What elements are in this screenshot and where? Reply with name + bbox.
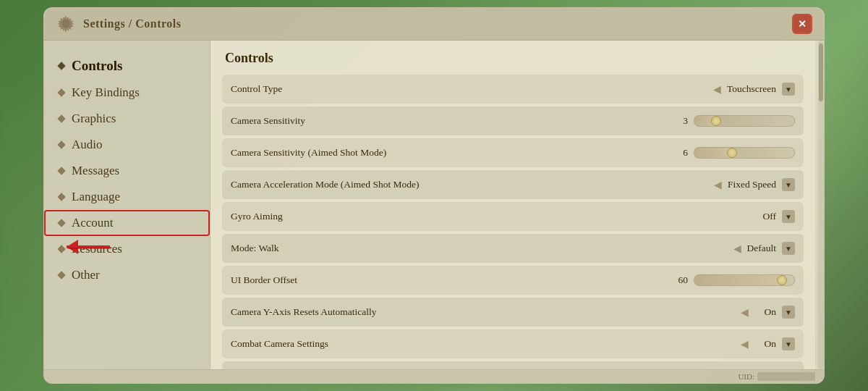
dropdown-arrows-left: ◀ — [713, 83, 721, 96]
setting-row-ui-border-offset: UI Border Offset 60 — [222, 266, 804, 295]
dropdown-button[interactable]: ▼ — [782, 337, 795, 350]
slider-thumb[interactable] — [711, 116, 721, 126]
setting-control: ◀ On ▼ — [433, 306, 795, 319]
settings-list: Control Type ◀ Touchscreen ▼ Camera Sens… — [222, 75, 804, 369]
sidebar-item-language[interactable]: Language — [44, 184, 210, 210]
sidebar-item-resources[interactable]: Resources — [44, 236, 210, 262]
sidebar-item-account[interactable]: Account — [44, 210, 210, 236]
setting-row-camera-sensitivity: Camera Sensitivity 3 — [222, 106, 804, 135]
diamond-icon — [57, 114, 65, 122]
setting-value: 3 — [666, 115, 688, 127]
main-panel: Controls Control Type ◀ Touchscreen ▼ Ca — [210, 41, 815, 369]
diamond-icon — [57, 140, 65, 148]
setting-row-camera-sensitivity-aimed: Camera Sensitivity (Aimed Shot Mode) 6 — [222, 138, 804, 167]
slider-thumb[interactable] — [727, 148, 737, 158]
setting-row-combat-camera: Combat Camera Settings ◀ On ▼ — [222, 329, 804, 358]
setting-label: Camera Sensitivity — [231, 115, 433, 127]
diamond-icon — [57, 193, 65, 201]
dropdown-button[interactable]: ▼ — [782, 242, 795, 255]
setting-label: UI Border Offset — [231, 274, 433, 286]
setting-row-camera-acceleration: Camera Acceleration Mode (Aimed Shot Mod… — [222, 170, 804, 199]
setting-value: 6 — [666, 147, 688, 159]
setting-control: 3 — [433, 115, 795, 127]
setting-label: Mode: Walk — [231, 243, 433, 254]
diamond-icon — [57, 167, 65, 175]
setting-control: ◀ Default ▼ — [433, 242, 795, 255]
chevron-left-icon[interactable]: ◀ — [713, 83, 721, 96]
setting-label: Camera Y-Axis Resets Automatically — [231, 306, 433, 318]
slider-fill — [694, 275, 782, 285]
uid-value — [757, 372, 815, 381]
dropdown-button[interactable]: ▼ — [782, 306, 795, 319]
chevron-left-icon[interactable]: ◀ — [714, 179, 722, 191]
sidebar-item-messages[interactable]: Messages — [44, 158, 210, 184]
setting-control: Off ▼ — [433, 210, 795, 223]
content-area: Controls Key Bindings Graphics Audio Mes… — [44, 41, 824, 369]
sidebar-item-key-bindings[interactable]: Key Bindings — [44, 80, 210, 106]
setting-control: 60 — [433, 274, 795, 286]
uid-label: UID: — [738, 372, 754, 381]
slider-track[interactable] — [694, 115, 795, 127]
slider-track[interactable] — [694, 274, 795, 286]
chevron-left-icon[interactable]: ◀ — [741, 338, 749, 350]
sidebar-item-controls[interactable]: Controls — [44, 52, 210, 80]
setting-value: Off — [754, 211, 776, 222]
setting-label: Gyro Aiming — [231, 211, 433, 222]
sidebar-item-other[interactable]: Other — [44, 262, 210, 288]
uid-bar: UID: — [44, 369, 824, 383]
setting-value: On — [754, 306, 776, 318]
sidebar: Controls Key Bindings Graphics Audio Mes… — [44, 41, 210, 369]
panel-title: Controls — [222, 51, 804, 66]
sidebar-item-audio[interactable]: Audio — [44, 132, 210, 158]
setting-row-gyro-aiming: Gyro Aiming Off ▼ — [222, 202, 804, 231]
diamond-icon — [57, 88, 65, 96]
diamond-icon — [57, 271, 65, 279]
setting-control: ◀ On ▼ — [433, 337, 795, 350]
setting-label: Camera Sensitivity (Aimed Shot Mode) — [231, 147, 433, 159]
close-button[interactable]: ✕ — [792, 14, 812, 34]
sidebar-item-graphics[interactable]: Graphics — [44, 106, 210, 132]
dropdown-button[interactable]: ▼ — [782, 83, 795, 96]
slider-thumb[interactable] — [777, 275, 787, 285]
diamond-icon — [57, 245, 65, 253]
dropdown-button[interactable]: ▼ — [782, 210, 795, 223]
chevron-left-icon[interactable]: ◀ — [741, 306, 749, 319]
scrollbar-thumb[interactable] — [819, 43, 823, 101]
setting-value: Touchscreen — [727, 83, 776, 95]
setting-row-camera-y-axis: Camera Y-Axis Resets Automatically ◀ On … — [222, 298, 804, 327]
setting-value: Fixed Speed — [728, 179, 776, 190]
setting-value: On — [754, 338, 776, 350]
diamond-icon — [57, 219, 65, 227]
setting-row-mode-walk: Mode: Walk ◀ Default ▼ — [222, 234, 804, 263]
settings-dialog: Settings / Controls ✕ Controls Key Bindi… — [43, 7, 825, 384]
setting-label: Camera Acceleration Mode (Aimed Shot Mod… — [231, 179, 433, 190]
slider-track[interactable] — [694, 147, 795, 159]
setting-row-default-camera-distance: Default Camera Distance 4.0 — [222, 361, 804, 369]
scrollbar[interactable] — [818, 41, 824, 369]
dropdown-button[interactable]: ▼ — [782, 178, 795, 191]
diamond-icon — [57, 62, 65, 70]
setting-control: ◀ Fixed Speed ▼ — [433, 178, 795, 191]
setting-label: Combat Camera Settings — [231, 338, 433, 350]
gear-icon — [56, 14, 76, 34]
chevron-left-icon[interactable]: ◀ — [733, 243, 741, 255]
setting-row-control-type: Control Type ◀ Touchscreen ▼ — [222, 75, 804, 104]
setting-value: 60 — [666, 274, 688, 286]
dialog-title: Settings / Controls — [83, 17, 181, 30]
setting-value: Default — [747, 243, 776, 254]
setting-control: ◀ Touchscreen ▼ — [433, 83, 795, 96]
setting-label: Control Type — [231, 83, 433, 95]
title-bar: Settings / Controls ✕ — [44, 8, 824, 41]
setting-control: 6 — [433, 147, 795, 159]
